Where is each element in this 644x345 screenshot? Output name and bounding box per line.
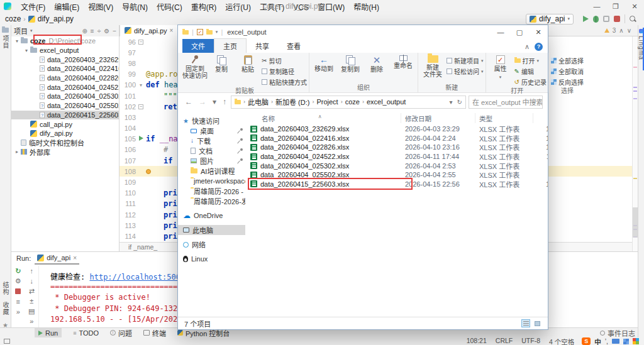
hide-panel-icon[interactable]: − — [113, 28, 116, 35]
select-none-button[interactable]: 全部取消 — [551, 67, 584, 76]
select-all-button[interactable]: 全部选择 — [551, 56, 584, 65]
easy-access-button[interactable]: 轻松访问▾ — [447, 67, 484, 76]
sidebar-item[interactable]: 周雄简历-2026 - 平 — [178, 186, 245, 196]
cut-button[interactable]: ✂剪切 — [262, 56, 307, 65]
run-config-select[interactable]: dify_api ▾ — [526, 14, 574, 25]
close-icon[interactable]: ✕ — [529, 25, 548, 39]
toolstrip-favorites-label[interactable]: 收藏 — [1, 302, 10, 315]
breadcrumb-crumb[interactable]: 新加卷 (D:) — [275, 97, 309, 107]
tree-item[interactable]: dify_api.py — [11, 129, 119, 138]
help-icon[interactable]: ? — [535, 43, 543, 51]
toolwindow-tab-terminal[interactable]: 终端 — [143, 328, 166, 338]
sidebar-item[interactable]: 桌面 — [178, 126, 245, 136]
file-row[interactable]: data_20260404_022826.xlsx2026-04-10 23:1… — [248, 143, 548, 152]
refresh-icon[interactable]: ↻ — [457, 99, 462, 106]
file-row[interactable]: data_20260404_025302.xlsx2026-04-04 2:53… — [248, 161, 548, 170]
tree-item[interactable]: data_20260404_025302.xlsx — [11, 92, 119, 101]
status-item[interactable]: 108:21 — [467, 337, 487, 345]
file-row[interactable]: data_20260404_022416.xlsx2026-04-04 2:24… — [248, 134, 548, 143]
maximize-icon[interactable]: ▢ — [510, 25, 529, 39]
tab-home[interactable]: 主页 — [214, 38, 247, 53]
sidebar-item[interactable]: ↓下载 — [178, 136, 245, 146]
menu-item[interactable]: 运行(U) — [221, 3, 255, 12]
chevron-down-icon[interactable]: ▾ — [30, 28, 33, 33]
locate-icon[interactable]: ⊕ — [82, 28, 87, 35]
menu-item[interactable]: 视图(V) — [84, 3, 118, 12]
up-icon[interactable]: ↑ — [221, 97, 228, 106]
sidebar-item[interactable]: jmeter-workspace — [178, 176, 245, 186]
breadcrumb-box[interactable]: ›此电脑›新加卷 (D:)›Project›coze›excel_output … — [231, 96, 466, 109]
collapse-ribbon-icon[interactable]: ∧ — [525, 43, 530, 51]
ime-toolbox-icon[interactable] — [623, 339, 629, 344]
close-tab-icon[interactable]: × — [170, 27, 174, 34]
toolwindow-toggle-icon[interactable] — [4, 339, 10, 344]
menu-item[interactable]: 文件(F) — [16, 3, 50, 12]
sidebar-item[interactable]: 文档 — [178, 146, 245, 156]
tree-item[interactable]: data_20260404_025502.xlsx — [11, 101, 119, 111]
tree-item[interactable]: call_api.py — [11, 119, 119, 129]
sidebar-item[interactable]: ★快速访问 — [178, 116, 245, 126]
chevron-down-icon[interactable]: ▾ — [216, 30, 218, 35]
explorer-titlebar[interactable]: | ✓ ▾ | excel_output — ▢ ✕ — [178, 25, 548, 39]
breadcrumb-crumb[interactable]: 此电脑 — [248, 97, 269, 107]
stop-button[interactable] — [614, 16, 620, 22]
recent-locations-icon[interactable]: ▾ — [211, 97, 218, 106]
copy-to-button[interactable]: 复制到 — [338, 54, 363, 73]
debug-button[interactable] — [593, 16, 599, 23]
paste-button[interactable]: 粘贴 — [235, 54, 260, 73]
open-button[interactable]: 打开▾ — [514, 56, 547, 65]
ime-language-indicator[interactable]: 中 — [594, 337, 601, 345]
status-item[interactable]: UTF-8 — [521, 337, 540, 345]
toolstrip-project-label[interactable]: 项目 — [1, 35, 10, 49]
close-tab-icon[interactable]: × — [73, 255, 77, 261]
details-view-button[interactable] — [521, 319, 530, 327]
tree-item[interactable]: data_20260404_022826.xlsx — [11, 74, 119, 83]
pin-to-quick-access-button[interactable]: 固定到快速访问 — [182, 54, 208, 79]
tree-item[interactable]: data_20260404_024522.xlsx — [11, 82, 119, 92]
history-button[interactable]: ↺历史记录 — [514, 77, 547, 87]
settings-wrench-icon[interactable]: ⚙ — [15, 277, 21, 285]
sogou-input-icon[interactable]: S — [582, 337, 591, 345]
gear-icon[interactable]: ⚙ — [104, 28, 109, 35]
toolstrip-structure-label[interactable]: 结构 — [1, 282, 10, 295]
column-header-size[interactable]: 大小 — [533, 113, 548, 123]
editor-scrollbar[interactable] — [632, 36, 638, 251]
menu-item[interactable]: 重构(R) — [187, 3, 221, 12]
column-header-type[interactable]: 类型 — [475, 113, 533, 123]
minimize-icon[interactable]: — — [491, 25, 510, 39]
search-box[interactable]: 在 excel_output 中搜索 — [469, 96, 543, 109]
sidebar-item[interactable]: 周雄简历-2026-发 — [178, 196, 245, 206]
run-tab[interactable]: dify_api × — [35, 252, 79, 265]
tree-item[interactable]: ▸外部库 — [11, 147, 119, 156]
editor-tab[interactable]: dify_api.py × — [119, 25, 178, 36]
column-header-name[interactable]: ∧名称 — [248, 113, 401, 123]
rename-button[interactable]: 重命名 — [391, 54, 416, 69]
next-warning-icon[interactable]: ∨ — [627, 27, 631, 34]
paste-shortcut-button[interactable]: 粘贴快捷方式 — [262, 77, 307, 87]
breadcrumb-crumb[interactable]: Project — [316, 98, 338, 106]
chevron-icon[interactable]: ▾ — [14, 38, 20, 44]
search-icon[interactable] — [630, 16, 636, 23]
sidebar-item[interactable]: 图片 — [178, 156, 245, 166]
run-line-icon[interactable] — [139, 136, 143, 141]
tree-item[interactable]: 临时文件和控制台 — [11, 138, 119, 148]
column-header-date[interactable]: 修改日期 — [401, 113, 475, 123]
file-row[interactable]: data_20260404_024522.xlsx2026-04-11 17:4… — [248, 152, 548, 162]
sidebar-item[interactable]: AI培训课程 — [178, 166, 245, 176]
toolwindow-tab-todo[interactable]: ≡TODO — [73, 329, 99, 337]
project-panel-title[interactable]: 项目 — [14, 26, 28, 36]
prev-warning-icon[interactable]: ∧ — [619, 27, 623, 34]
fold-icon[interactable]: − — [138, 104, 143, 109]
sidebar-item[interactable]: ☁OneDrive — [178, 211, 245, 221]
file-row[interactable]: data_20260403_232629.xlsx2026-04-03 23:2… — [248, 124, 548, 134]
invert-selection-button[interactable]: 反向选择 — [551, 77, 584, 87]
tree-item[interactable]: data_20260403_232629.xlsx — [11, 55, 119, 64]
quick-access-check-icon[interactable]: ✓ — [197, 29, 203, 35]
project-toolwindow-icon[interactable] — [2, 28, 9, 33]
close-icon[interactable]: ✕ — [625, 0, 644, 13]
ime-punctuation-indicator[interactable]: ’, — [605, 337, 608, 345]
move-to-button[interactable]: ←移动到 — [311, 54, 336, 72]
forward-icon[interactable]: → — [197, 97, 208, 106]
toolwindow-tab-run[interactable]: Run — [35, 328, 62, 338]
scroll-to-end-icon[interactable]: ± — [30, 297, 33, 305]
